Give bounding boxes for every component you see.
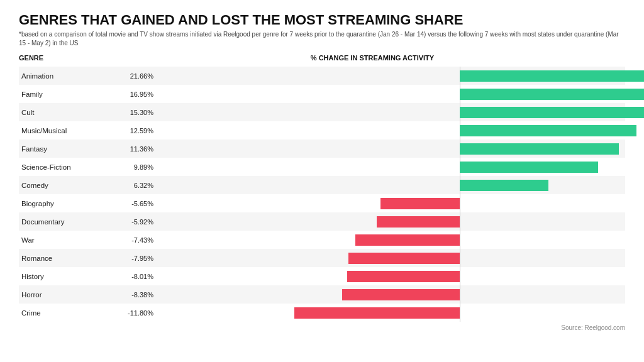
chart-row: -11.80% xyxy=(119,304,625,322)
zero-line xyxy=(460,249,460,267)
genre-row: Documentary xyxy=(19,212,119,231)
bar xyxy=(377,216,460,228)
value-label: -8.01% xyxy=(119,273,156,280)
value-label: -7.95% xyxy=(119,255,156,262)
zero-line xyxy=(460,267,460,285)
main-container: GENRES THAT GAINED AND LOST THE MOST STR… xyxy=(0,0,644,362)
genre-label: Romance xyxy=(19,255,52,262)
bar-area xyxy=(156,85,625,103)
genre-row: Romance xyxy=(19,249,119,267)
genre-label: Comedy xyxy=(19,182,48,189)
bar xyxy=(348,253,460,264)
bar-area xyxy=(156,176,625,194)
chart-subtitle: *based on a comparison of total movie an… xyxy=(19,30,625,48)
zero-line xyxy=(460,231,460,249)
bar xyxy=(342,289,460,300)
zero-line xyxy=(460,212,460,231)
genre-row: Fantasy xyxy=(19,140,119,158)
genre-row: Crime xyxy=(19,304,119,322)
value-label: 15.30% xyxy=(119,109,156,116)
bar-area xyxy=(156,267,625,285)
bar xyxy=(380,198,460,209)
genre-label: Crime xyxy=(19,309,41,317)
value-label: -5.65% xyxy=(119,200,156,207)
genre-row: Comedy xyxy=(19,176,119,194)
bar xyxy=(460,162,599,173)
value-label: 12.59% xyxy=(119,127,156,134)
bar-area xyxy=(156,67,625,85)
chart-row: 9.89% xyxy=(119,158,625,176)
change-col-header: % CHANGE IN STREAMING ACTIVITY xyxy=(119,54,625,63)
chart-row: 21.66% xyxy=(119,67,625,85)
genre-label: Documentary xyxy=(19,218,64,226)
bar xyxy=(460,89,644,100)
genre-label: Science-Fiction xyxy=(19,163,71,171)
value-label: 21.66% xyxy=(119,72,156,80)
bar-area xyxy=(156,212,625,231)
genre-label: Music/Musical xyxy=(19,127,67,134)
bar xyxy=(460,125,636,136)
bar xyxy=(347,271,460,282)
value-label: -5.92% xyxy=(119,218,156,226)
bar xyxy=(460,143,619,155)
genre-row: Music/Musical xyxy=(19,121,119,140)
zero-line xyxy=(460,194,460,212)
genre-column: GENRE AnimationFamilyCultMusic/MusicalFa… xyxy=(19,54,119,322)
chart-row: -8.38% xyxy=(119,285,625,304)
bar xyxy=(460,107,644,118)
chart-row: -5.92% xyxy=(119,212,625,231)
chart-row: 15.30% xyxy=(119,103,625,121)
chart-row: -5.65% xyxy=(119,194,625,212)
genre-label: Biography xyxy=(19,200,54,207)
zero-line xyxy=(460,285,460,304)
genre-row: Horror xyxy=(19,285,119,304)
chart-title: GENRES THAT GAINED AND LOST THE MOST STR… xyxy=(19,13,625,28)
chart-row: 6.32% xyxy=(119,176,625,194)
genre-label: History xyxy=(19,273,44,280)
zero-line xyxy=(460,304,460,322)
chart-area: GENRE AnimationFamilyCultMusic/MusicalFa… xyxy=(19,54,625,322)
genre-row: Family xyxy=(19,85,119,103)
chart-row: 12.59% xyxy=(119,121,625,140)
bar-area xyxy=(156,158,625,176)
bar-area xyxy=(156,103,625,121)
genre-label: Cult xyxy=(19,109,34,116)
value-label: 11.36% xyxy=(119,145,156,153)
genre-label: Animation xyxy=(19,72,53,80)
bar-area xyxy=(156,121,625,140)
chart-row: 16.95% xyxy=(119,85,625,103)
value-label: 9.89% xyxy=(119,163,156,171)
genre-row: War xyxy=(19,231,119,249)
genre-label: Fantasy xyxy=(19,145,47,153)
bar xyxy=(460,70,644,82)
genre-row: Biography xyxy=(19,194,119,212)
value-label: -11.80% xyxy=(119,309,156,317)
genre-label: Horror xyxy=(19,291,42,299)
bar xyxy=(460,180,548,191)
source-label: Source: Reelgood.com xyxy=(19,324,625,331)
value-label: -7.43% xyxy=(119,236,156,244)
bar-area xyxy=(156,285,625,304)
bar-area xyxy=(156,194,625,212)
bar xyxy=(294,307,460,319)
bar-area xyxy=(156,231,625,249)
value-label: 16.95% xyxy=(119,90,156,98)
value-label: 6.32% xyxy=(119,182,156,189)
chart-row: 11.36% xyxy=(119,140,625,158)
genre-rows: AnimationFamilyCultMusic/MusicalFantasyS… xyxy=(19,67,119,322)
value-label: -8.38% xyxy=(119,291,156,299)
genre-row: History xyxy=(19,267,119,285)
genre-row: Cult xyxy=(19,103,119,121)
bar-area xyxy=(156,304,625,322)
chart-rows: 21.66%16.95%15.30%12.59%11.36%9.89%6.32%… xyxy=(119,67,625,322)
bar-area xyxy=(156,249,625,267)
bar xyxy=(355,234,460,246)
genre-col-header: GENRE xyxy=(19,54,119,63)
chart-row: -7.43% xyxy=(119,231,625,249)
chart-column: % CHANGE IN STREAMING ACTIVITY 21.66%16.… xyxy=(119,54,625,322)
genre-label: Family xyxy=(19,90,43,98)
genre-label: War xyxy=(19,236,35,244)
genre-row: Science-Fiction xyxy=(19,158,119,176)
genre-row: Animation xyxy=(19,67,119,85)
chart-row: -7.95% xyxy=(119,249,625,267)
